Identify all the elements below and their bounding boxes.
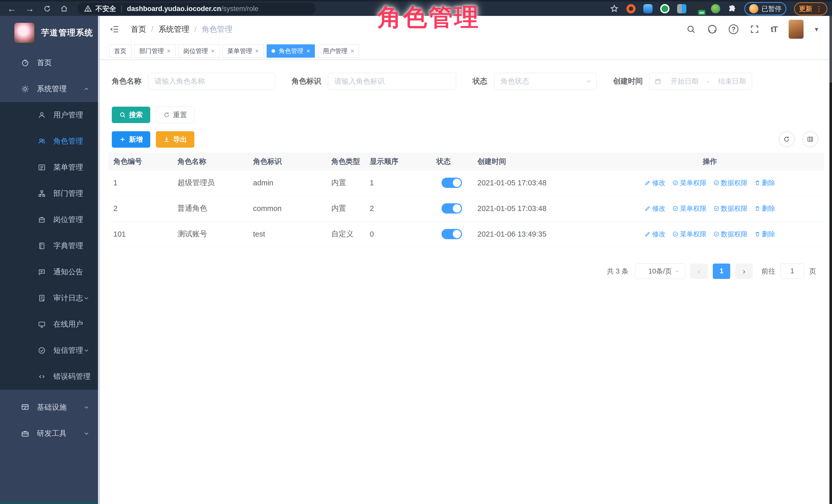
cell-created: 2021-01-05 17:03:48 (472, 195, 595, 221)
sidebar-item-dev-tools[interactable]: 研发工具 (0, 420, 100, 447)
chevron-down-icon (83, 295, 90, 301)
font-size-icon[interactable]: tT (771, 25, 777, 34)
sidebar-item-sms[interactable]: 短信管理 (0, 337, 100, 364)
column-settings-button[interactable] (803, 132, 817, 147)
table-refresh-button[interactable] (779, 132, 794, 147)
sidebar-item-users[interactable]: 用户管理 (0, 102, 100, 128)
help-icon[interactable]: ? (729, 24, 738, 34)
extensions-puzzle-icon[interactable] (728, 4, 737, 13)
status-toggle[interactable] (442, 203, 462, 214)
extension-icon-1[interactable] (626, 4, 635, 13)
data-permission-link[interactable]: 数据权限 (713, 230, 748, 239)
close-icon[interactable]: × (306, 47, 310, 55)
close-icon[interactable]: × (255, 47, 259, 55)
sidebar-item-departments[interactable]: 部门管理 (0, 181, 100, 207)
close-icon[interactable]: × (211, 47, 215, 55)
breadcrumb-system[interactable]: 系统管理 (158, 24, 189, 35)
page-1-button[interactable]: 1 (713, 264, 730, 279)
status-select[interactable] (494, 73, 597, 90)
delete-link[interactable]: 删除 (754, 179, 775, 187)
browser-menu-kebab-icon[interactable]: ⋮ (815, 5, 823, 13)
close-icon[interactable]: × (167, 47, 171, 55)
delete-link[interactable]: 删除 (754, 230, 775, 239)
refresh-icon (163, 111, 170, 118)
tab-posts[interactable]: 岗位管理× (178, 44, 219, 58)
browser-forward-icon[interactable]: → (25, 4, 34, 13)
sidebar-item-system[interactable]: 系统管理 (0, 76, 100, 102)
next-page-button[interactable]: › (735, 264, 753, 279)
close-icon[interactable]: × (350, 47, 354, 55)
table-row: 1 超级管理员 admin 内置 1 2021-01-05 17:03:48 修… (108, 170, 824, 195)
export-button-label: 导出 (173, 135, 187, 144)
browser-back-icon[interactable]: ← (7, 4, 17, 13)
tags-view-bar: 首页 部门管理× 岗位管理× 菜单管理× 角色管理× 用户管理× (100, 43, 829, 59)
user-avatar[interactable] (789, 20, 804, 39)
extension-icon-2[interactable] (643, 4, 652, 13)
reset-button[interactable]: 重置 (156, 107, 194, 123)
tab-menus[interactable]: 菜单管理× (223, 44, 264, 58)
extension-icon-4[interactable] (677, 4, 686, 13)
sidebar-item-menus[interactable]: 菜单管理 (0, 154, 100, 181)
col-status: 状态 (431, 153, 472, 170)
delete-link[interactable]: 删除 (754, 204, 775, 213)
edit-link[interactable]: 修改 (645, 230, 666, 239)
sidebar-item-online-users[interactable]: 在线用户 (0, 311, 100, 337)
edit-link[interactable]: 修改 (645, 179, 666, 187)
prev-page-button[interactable]: ‹ (690, 264, 708, 279)
sidebar-scrollbar[interactable] (98, 16, 100, 504)
security-warning-text: 不安全 (95, 4, 116, 13)
status-toggle[interactable] (442, 229, 462, 239)
github-icon[interactable] (707, 24, 718, 34)
sidebar-item-roles[interactable]: 角色管理 (0, 128, 100, 154)
breadcrumb-home[interactable]: 首页 (131, 24, 146, 35)
tab-roles[interactable]: 角色管理× (267, 44, 315, 58)
extension-icon-3[interactable] (660, 4, 670, 13)
annotation-role-management: 角色管理 (378, 1, 480, 33)
export-button[interactable]: 导出 (156, 131, 194, 148)
search-button[interactable]: 搜索 (112, 107, 150, 123)
tab-home[interactable]: 首页 (109, 44, 131, 58)
avatar-caret-down-icon[interactable]: ▾ (815, 25, 818, 33)
menu-permission-link[interactable]: 菜单权限 (672, 230, 707, 239)
tab-users[interactable]: 用户管理× (318, 44, 359, 58)
goto-page-input[interactable] (780, 264, 804, 279)
menu-permission-link[interactable]: 菜单权限 (672, 204, 707, 213)
extension-icon-tampermonkey[interactable]: on (694, 4, 703, 13)
sidebar-item-error-codes[interactable]: 错误码管理 (0, 364, 100, 390)
sidebar-item-infrastructure[interactable]: 基础设施 (0, 394, 100, 420)
url-path: /system/role (221, 5, 259, 12)
role-key-input[interactable] (328, 73, 456, 90)
scrollbar-thumb[interactable] (829, 16, 832, 83)
sidebar-item-home[interactable]: 首页 (0, 50, 100, 76)
date-range-picker[interactable]: 开始日期 - 结束日期 (649, 73, 752, 90)
browser-update-chip[interactable]: 更新 ⋮ (794, 2, 827, 16)
sidebar-collapse-icon[interactable] (109, 25, 120, 34)
sidebar-item-dict[interactable]: 字典管理 (0, 233, 100, 259)
app-logo-row[interactable]: 芋道管理系统 (0, 16, 100, 50)
page-scrollbar[interactable] (829, 16, 832, 504)
browser-profile-chip[interactable]: 已暂停 (744, 2, 786, 16)
header-search-icon[interactable] (686, 24, 696, 34)
tab-label: 岗位管理 (183, 47, 208, 55)
edit-link[interactable]: 修改 (645, 204, 666, 213)
app-title: 芋道管理系统 (41, 27, 93, 38)
browser-profile-avatar (749, 4, 758, 13)
sidebar-item-audit-log[interactable]: 审计日志 (0, 285, 100, 311)
data-permission-link[interactable]: 数据权限 (713, 204, 748, 213)
role-name-input[interactable] (148, 73, 275, 90)
tab-departments[interactable]: 部门管理× (134, 44, 175, 58)
browser-home-icon[interactable] (60, 5, 68, 13)
fullscreen-icon[interactable] (750, 24, 759, 34)
sidebar-item-posts[interactable]: 岗位管理 (0, 207, 100, 233)
breadcrumb: 首页 / 系统管理 / 角色管理 (131, 24, 233, 35)
data-permission-link[interactable]: 数据权限 (713, 179, 748, 187)
page-size-select[interactable]: 10条/页 (635, 264, 685, 279)
browser-reload-icon[interactable] (43, 5, 51, 13)
add-button[interactable]: 新增 (112, 131, 150, 148)
extension-icon-5[interactable] (711, 4, 720, 13)
sidebar-item-notice[interactable]: 通知公告 (0, 259, 100, 285)
address-bar[interactable]: 不安全 dashboard.yudao.iocoder.cn/system/ro… (77, 3, 316, 15)
bookmark-star-icon[interactable] (610, 4, 619, 13)
menu-permission-link[interactable]: 菜单权限 (672, 179, 707, 187)
status-toggle[interactable] (442, 178, 462, 188)
